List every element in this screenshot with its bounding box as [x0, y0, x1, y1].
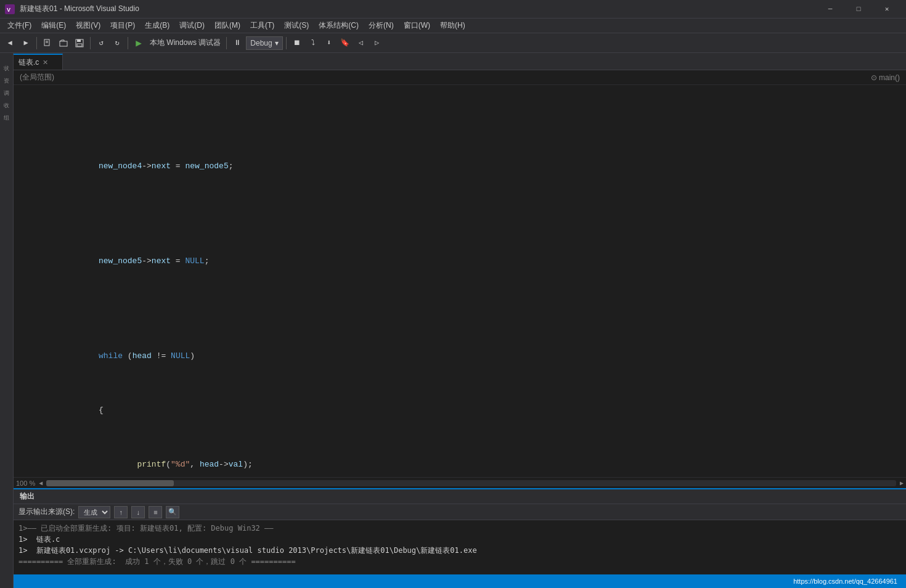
main-layout: 状 资 调 收 组 链表.c ✕ (全局范围) ⊙ main() new_nod…: [0, 53, 906, 588]
tab-bar: 链表.c ✕: [14, 53, 906, 70]
dropdown-arrow: ▾: [275, 39, 279, 47]
maximize-button[interactable]: □: [844, 0, 873, 18]
scroll-area: 100 % ◀ ▶: [14, 477, 906, 488]
output-title: 输出: [20, 491, 35, 502]
output-btn-2[interactable]: ↓: [131, 506, 145, 518]
breadcrumb: (全局范围) ⊙ main(): [14, 70, 906, 85]
sidebar-icon-1[interactable]: 状: [1, 55, 12, 67]
code-line-new5-null: new_node5->next = NULL;: [51, 248, 906, 275]
code-content[interactable]: new_node4->next = new_node5; new_node5->…: [44, 85, 906, 477]
step-over-button[interactable]: ⤵: [306, 36, 320, 51]
pause-button[interactable]: ⏸: [230, 36, 245, 51]
svg-rect-8: [77, 44, 82, 46]
sidebar-icon-2[interactable]: 资: [1, 68, 12, 79]
title-bar: V 新建链表01 - Microsoft Visual Studio ─ □ ✕: [0, 0, 906, 18]
code-line-empty1: [51, 112, 906, 126]
forward-button[interactable]: ▶: [18, 36, 33, 51]
editor-container: 链表.c ✕ (全局范围) ⊙ main() new_node4->next =…: [14, 53, 906, 588]
toolbar-sep-2: [90, 37, 91, 49]
output-line-3: 1> 新建链表01.vcxproj -> C:\Users\li\documen…: [18, 545, 901, 556]
output-btn-4[interactable]: 🔍: [166, 506, 179, 518]
code-line-brace1-open: {: [51, 397, 906, 424]
run-button[interactable]: ▶: [131, 36, 146, 51]
code-line-empty3: [51, 302, 906, 316]
new-file-button[interactable]: [40, 36, 55, 51]
sidebar-icon-4[interactable]: 收: [1, 92, 12, 104]
toolbar-sep-4: [226, 37, 227, 49]
output-line-5: [18, 567, 901, 574]
toolbar-sep-5: [286, 37, 287, 49]
output-line-4: ========== 全部重新生成: 成功 1 个，失败 0 个，跳过 0 个 …: [18, 556, 901, 567]
menu-help[interactable]: 帮助(H): [435, 18, 470, 33]
breakpoint-button[interactable]: ⏹: [290, 36, 304, 51]
svg-rect-7: [77, 39, 81, 42]
close-button[interactable]: ✕: [873, 0, 901, 18]
output-toolbar: 显示输出来源(S): 生成 ↑ ↓ ≡ 🔍: [14, 504, 906, 520]
tab-chain[interactable]: 链表.c ✕: [14, 54, 63, 70]
menu-file[interactable]: 文件(F): [2, 18, 36, 33]
code-line-printf1: printf("%d", head->val);: [51, 451, 906, 477]
toolbar: ◀ ▶ ↺ ↻ ▶ 本地 Windows 调试器 ⏸ Debug ▾ ⏹ ⤵ ⬇…: [0, 33, 906, 53]
sidebar-icon-5[interactable]: 组: [1, 105, 12, 116]
output-btn-1[interactable]: ↑: [114, 506, 128, 518]
zoom-label: 100 %: [16, 480, 35, 487]
svg-text:V: V: [7, 7, 10, 13]
toolbar-sep-1: [36, 37, 37, 49]
menu-edit[interactable]: 编辑(E): [36, 18, 71, 33]
breadcrumb-scope: (全局范围): [20, 72, 54, 83]
code-editor[interactable]: new_node4->next = new_node5; new_node5->…: [14, 85, 906, 477]
show-from-label: 显示输出来源(S):: [18, 507, 75, 517]
breadcrumb-function: ⊙ main(): [871, 73, 900, 82]
output-header: 输出: [14, 489, 906, 504]
output-source-select[interactable]: 生成: [78, 506, 110, 518]
vs-app-icon: V: [5, 4, 15, 14]
output-panel: 输出 显示输出来源(S): 生成 ↑ ↓ ≡ 🔍 1>—— 已启动全部重新生成:…: [14, 488, 906, 574]
step-into-button[interactable]: ⬇: [322, 36, 337, 51]
menu-test[interactable]: 测试(S): [279, 18, 314, 33]
output-btn-3[interactable]: ≡: [149, 506, 162, 518]
watermark-text: https://blog.csdn.net/qq_42664961: [790, 578, 901, 585]
minimize-button[interactable]: ─: [816, 0, 844, 18]
undo-button[interactable]: ↺: [94, 36, 108, 51]
output-line-1: 1>—— 已启动全部重新生成: 项目: 新建链表01, 配置: Debug Wi…: [18, 523, 901, 534]
output-line-2: 1> 链表.c: [18, 534, 901, 545]
menu-project[interactable]: 项目(P): [105, 18, 140, 33]
bookmark-button[interactable]: 🔖: [338, 36, 353, 51]
code-line-new4-next: new_node4->next = new_node5;: [51, 153, 906, 180]
debug-label: Debug: [250, 39, 272, 47]
code-line-while1: while (head != NULL): [51, 343, 906, 370]
line-numbers: [14, 85, 44, 477]
window-controls: ─ □ ✕: [816, 0, 901, 18]
left-sidebar: 状 资 调 收 组: [0, 53, 14, 588]
back-button[interactable]: ◀: [2, 36, 17, 51]
open-button[interactable]: [56, 36, 71, 51]
tab-label: 链表.c: [18, 57, 39, 68]
code-line-empty2: [51, 207, 906, 221]
status-bar: https://blog.csdn.net/qq_42664961: [14, 574, 906, 588]
debug-dropdown[interactable]: Debug ▾: [246, 36, 282, 50]
menu-bar: 文件(F) 编辑(E) 视图(V) 项目(P) 生成(B) 调试(D) 团队(M…: [0, 18, 906, 33]
scroll-left-btn[interactable]: ◀: [39, 480, 43, 487]
menu-arch[interactable]: 体系结构(C): [314, 18, 364, 33]
menu-team[interactable]: 团队(M): [210, 18, 245, 33]
menu-build[interactable]: 生成(B): [140, 18, 174, 33]
sidebar-icon-3[interactable]: 调: [1, 80, 12, 91]
menu-view[interactable]: 视图(V): [71, 18, 105, 33]
menu-debug[interactable]: 调试(D): [174, 18, 210, 33]
prev-bookmark-button[interactable]: ◁: [354, 36, 369, 51]
toolbar-sep-3: [128, 37, 128, 49]
horizontal-scrollbar[interactable]: [46, 480, 896, 486]
output-content: 1>—— 已启动全部重新生成: 项目: 新建链表01, 配置: Debug Wi…: [14, 520, 906, 574]
menu-tools[interactable]: 工具(T): [245, 18, 279, 33]
scroll-right-btn[interactable]: ▶: [900, 480, 904, 487]
menu-analyze[interactable]: 分析(N): [364, 18, 399, 33]
platform-label: 本地 Windows 调试器: [147, 38, 223, 48]
window-title: 新建链表01 - Microsoft Visual Studio: [20, 4, 139, 14]
menu-window[interactable]: 窗口(W): [399, 18, 435, 33]
redo-button[interactable]: ↻: [110, 36, 124, 51]
tab-close-button[interactable]: ✕: [43, 59, 48, 67]
save-button[interactable]: [72, 36, 87, 51]
svg-rect-5: [60, 41, 67, 46]
next-bookmark-button[interactable]: ▷: [370, 36, 385, 51]
